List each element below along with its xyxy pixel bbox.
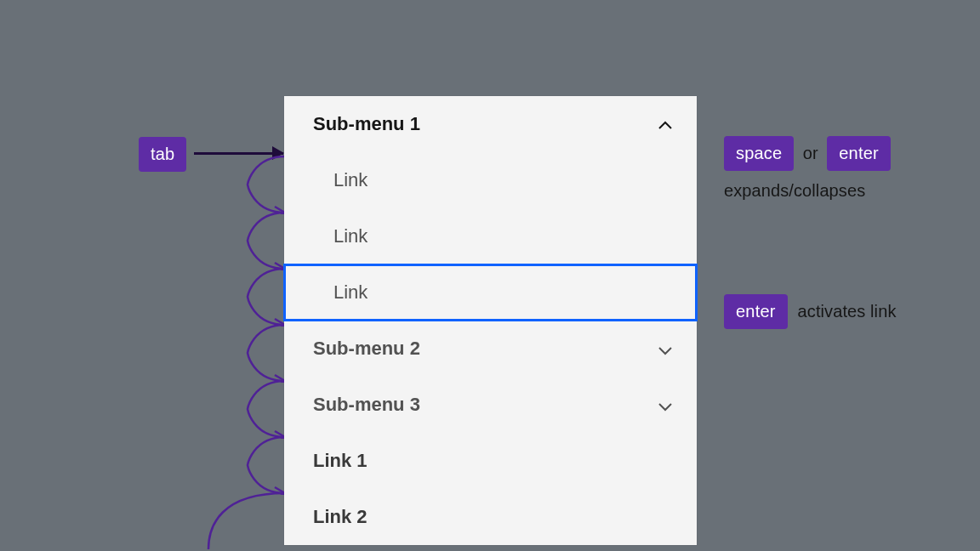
submenu-1-header[interactable]: Sub-menu 1 [284, 96, 697, 152]
submenu-1-label: Sub-menu 1 [313, 113, 420, 135]
submenu-2-label: Sub-menu 2 [313, 338, 420, 360]
link-1-row[interactable]: Link 1 [284, 433, 697, 489]
link-2-label: Link 2 [313, 506, 368, 528]
link-2-row[interactable]: Link 2 [284, 489, 697, 545]
link-1-label: Link 1 [313, 450, 368, 472]
tab-key-badge: tab [139, 137, 186, 172]
link-label: Link [333, 281, 368, 304]
chevron-down-icon [658, 341, 673, 356]
link-description: activates link [798, 302, 897, 321]
enter-key-badge: enter [827, 136, 891, 171]
submenu-3-header[interactable]: Sub-menu 3 [284, 377, 697, 433]
chevron-up-icon [658, 116, 673, 132]
expand-description: expands/collapses [724, 181, 891, 201]
submenu-3-label: Sub-menu 3 [313, 394, 420, 416]
submenu-1-link[interactable]: Link [284, 208, 697, 264]
expand-annotation: space or enter expands/collapses [724, 136, 891, 201]
submenu-2-header[interactable]: Sub-menu 2 [284, 321, 697, 377]
link-label: Link [333, 225, 368, 247]
link-label: Link [333, 169, 368, 191]
loop-arrow-icon [204, 491, 295, 551]
chevron-down-icon [658, 397, 673, 412]
link-annotation: enter activates link [724, 294, 897, 329]
or-text: or [803, 144, 818, 162]
enter-key-badge: enter [724, 294, 788, 329]
submenu-1-link-focused[interactable]: Link [284, 264, 697, 321]
submenu-1-link[interactable]: Link [284, 152, 697, 208]
space-key-badge: space [724, 136, 794, 171]
treeview-panel: Sub-menu 1 Link Link Link Sub-menu 2 Sub… [284, 96, 697, 545]
